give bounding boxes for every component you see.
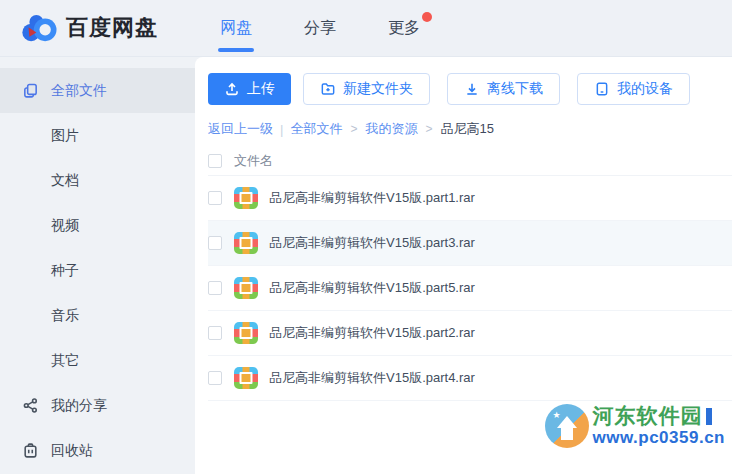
watermark: ★ 河东软件园 www.pc0359.cn [545,402,725,450]
download-icon [464,81,480,97]
rar-file-icon [234,322,258,344]
row-checkbox[interactable] [208,371,222,385]
file-list-header: 文件名 [208,146,732,176]
select-all-checkbox[interactable] [208,154,222,168]
file-name[interactable]: 品尼高非编剪辑软件V15版.part5.rar [269,279,475,297]
row-checkbox[interactable] [208,191,222,205]
file-name[interactable]: 品尼高非编剪辑软件V15版.part1.rar [269,189,475,207]
rar-file-icon [234,277,258,299]
hedong-site-logo: ★ [545,402,589,450]
breadcrumb-pipe-separator: | [280,122,283,137]
sidebar-item-my-shares[interactable]: 我的分享 [0,383,195,428]
my-devices-button[interactable]: 我的设备 [577,73,690,105]
breadcrumb-current-folder: 品尼高15 [440,120,493,138]
baidu-netdisk-logo[interactable]: 百度网盘 [0,10,220,46]
share-icon [22,397,39,414]
sidebar-item-all-files[interactable]: 全部文件 [0,68,195,113]
rar-file-icon [234,187,258,209]
breadcrumb-my-resources-link[interactable]: 我的资源 [365,120,417,138]
notification-dot [422,12,432,22]
watermark-site-name: 河东软件园 [593,404,703,428]
watermark-bar [706,408,712,425]
breadcrumb: 返回上一级 | 全部文件 > 我的资源 > 品尼高15 [208,121,732,137]
tab-netdisk[interactable]: 网盘 [220,0,252,56]
file-row[interactable]: 品尼高非编剪辑软件V15版.part1.rar [208,176,732,221]
sidebar-item-torrents[interactable]: 种子 [0,248,195,293]
baidu-netdisk-app: 百度网盘 网盘 分享 更多 全部文件 [0,0,732,474]
file-row[interactable]: 品尼高非编剪辑软件V15版.part4.rar [208,356,732,401]
upload-button[interactable]: 上传 [208,73,291,105]
new-folder-button[interactable]: 新建文件夹 [303,73,430,105]
sidebar-item-others[interactable]: 其它 [0,338,195,383]
top-header: 百度网盘 网盘 分享 更多 [0,0,732,57]
sidebar-item-videos[interactable]: 视频 [0,203,195,248]
sidebar-item-documents[interactable]: 文档 [0,158,195,203]
trash-icon [22,442,39,459]
sidebar: 全部文件 图片 文档 视频 种子 音乐 其它 我的分享 回 [0,57,195,474]
device-icon [594,81,610,97]
file-name[interactable]: 品尼高非编剪辑软件V15版.part3.rar [269,234,475,252]
tab-share[interactable]: 分享 [304,0,336,56]
file-name[interactable]: 品尼高非编剪辑软件V15版.part4.rar [269,369,475,387]
watermark-site-url: www.pc0359.cn [593,428,725,448]
main-panel: 上传 新建文件夹 离线下载 [195,57,732,474]
baidu-cloud-logo-icon [18,10,60,46]
offline-download-button[interactable]: 离线下载 [447,73,560,105]
sidebar-item-recycle-bin[interactable]: 回收站 [0,428,195,473]
rar-file-icon [234,367,258,389]
toolbar: 上传 新建文件夹 离线下载 [208,73,732,105]
active-tab-underline [218,48,254,52]
file-row[interactable]: 品尼高非编剪辑软件V15版.part5.rar [208,266,732,311]
row-checkbox[interactable] [208,326,222,340]
row-checkbox[interactable] [208,281,222,295]
breadcrumb-chevron: > [425,122,432,136]
logo-text: 百度网盘 [66,13,158,43]
filename-column-header: 文件名 [234,152,273,170]
file-row[interactable]: 品尼高非编剪辑软件V15版.part2.rar [208,311,732,356]
breadcrumb-chevron: > [350,122,357,136]
header-tabs: 网盘 分享 更多 [220,0,472,56]
sidebar-item-music[interactable]: 音乐 [0,293,195,338]
rar-file-icon [234,232,258,254]
all-files-icon [22,82,39,99]
file-row[interactable]: 品尼高非编剪辑软件V15版.part3.rar [208,221,732,266]
sidebar-item-pictures[interactable]: 图片 [0,113,195,158]
tab-more[interactable]: 更多 [388,0,420,56]
breadcrumb-back-link[interactable]: 返回上一级 [208,120,273,138]
file-name[interactable]: 品尼高非编剪辑软件V15版.part2.rar [269,324,475,342]
breadcrumb-all-files-link[interactable]: 全部文件 [290,120,342,138]
row-checkbox[interactable] [208,236,222,250]
upload-icon [224,81,240,97]
new-folder-icon [320,81,336,97]
star-icon: ★ [553,410,561,420]
